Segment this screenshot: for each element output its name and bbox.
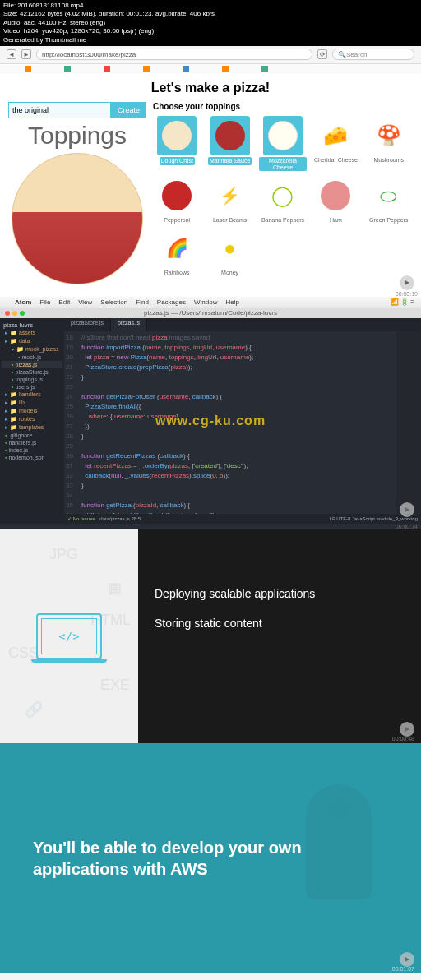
pizza-app: Let's make a pizza! Create Toppings Choo…	[0, 74, 421, 291]
timestamp: 00:01:07	[392, 966, 418, 972]
bookmark-icon[interactable]	[25, 66, 31, 72]
video-metadata: File: 20160818181108.mp4 Size: 4212162 b…	[0, 0, 421, 46]
topping-grid: Dough CrustMarinara SauceMozzarella Chee…	[153, 116, 413, 276]
menu-item[interactable]: Selection	[100, 298, 127, 306]
tree-file[interactable]: ▪ .gitignore	[2, 432, 62, 439]
editor-tabs: pizzaStore.jspizzas.js	[64, 318, 421, 331]
topping-item[interactable]: Ham	[312, 176, 359, 224]
topping-item[interactable]: Dough Crust	[153, 116, 201, 171]
topping-item[interactable]: 🍄Mushrooms	[365, 116, 413, 171]
timestamp: 00:00:48	[392, 736, 418, 742]
topping-item[interactable]: ⬭Green Peppers	[365, 176, 413, 224]
menu-item[interactable]: Find	[136, 298, 149, 306]
tree-file[interactable]: ▪ users.js	[2, 383, 62, 391]
line-gutter: 1819202122232425262728293031323334353637	[64, 331, 78, 514]
bookmark-bar	[0, 64, 421, 74]
url-bar[interactable]: http://localhost:3000/make/pizza	[36, 49, 312, 60]
topping-item[interactable]: ⚡Laser Beams	[206, 176, 253, 224]
window-titlebar: pizzas.js — /Users/mrsaturn/Code/pizza-l…	[0, 308, 421, 318]
topping-item[interactable]: Marinara Sauce	[206, 116, 253, 171]
bookmark-icon[interactable]	[64, 66, 71, 72]
tree-folder[interactable]: ▸ 📁 models	[2, 407, 62, 415]
laptop-icon: </>	[36, 613, 102, 659]
slide-left-panel: JPG ▦ CSS EXE 🔗 HTML </>	[0, 529, 138, 743]
tree-file[interactable]: ▪ handlers.js	[2, 439, 62, 446]
bookmark-icon[interactable]	[261, 66, 268, 72]
frame-1-browser: ◄ ► http://localhost:3000/make/pizza ⟳ 🔍…	[0, 46, 421, 297]
forward-button[interactable]: ►	[21, 49, 31, 59]
editor-tab[interactable]: pizzaStore.js	[64, 318, 111, 331]
reload-button[interactable]: ⟳	[317, 49, 327, 59]
browser-search[interactable]: 🔍 Search	[332, 49, 414, 60]
minimize-icon[interactable]	[12, 311, 17, 316]
play-icon[interactable]: ▶	[400, 722, 414, 737]
tree-file[interactable]: ▪ toppings.js	[2, 376, 62, 383]
bookmark-icon[interactable]	[143, 66, 150, 72]
topping-item[interactable]: ●Money	[206, 229, 253, 276]
bookmark-icon[interactable]	[183, 66, 189, 72]
toppings-heading: Toppings	[8, 122, 146, 150]
bookmark-icon[interactable]	[222, 66, 229, 72]
menu-item[interactable]: Edit	[58, 298, 70, 306]
topping-item[interactable]: 🧀Cheddar Cheese	[312, 116, 359, 171]
topping-item[interactable]: Mozzarella Cheese	[259, 116, 307, 171]
minimap[interactable]	[396, 331, 421, 514]
menu-item[interactable]: Packages	[157, 298, 186, 306]
mac-menubar: AtomFileEditViewSelectionFindPackagesWin…	[0, 297, 421, 308]
browser-toolbar: ◄ ► http://localhost:3000/make/pizza ⟳ 🔍…	[0, 46, 421, 64]
timestamp: 00:00:34	[0, 524, 421, 529]
menu-item[interactable]: File	[39, 298, 50, 306]
frame-2-editor: AtomFileEditViewSelectionFindPackagesWin…	[0, 297, 421, 529]
tree-folder[interactable]: ▸ 📁 routes	[2, 415, 62, 423]
tree-file[interactable]: ▪ mock.js	[2, 354, 62, 361]
frame-3-slide: JPG ▦ CSS EXE 🔗 HTML </> Deploying scala…	[0, 529, 421, 743]
topping-item[interactable]: Pepperoni	[153, 176, 201, 224]
editor-tab[interactable]: pizzas.js	[111, 318, 147, 331]
tree-folder[interactable]: ▸ 📁 mock_pizzas	[2, 345, 62, 354]
tree-folder[interactable]: ▸ 📁 handlers	[2, 391, 62, 399]
project-root[interactable]: pizza-luvrs	[2, 321, 62, 329]
topping-item[interactable]: ◯Banana Peppers	[259, 176, 307, 224]
topping-item[interactable]: 🌈Rainbows	[153, 229, 201, 276]
page-title: Let's make a pizza!	[8, 81, 413, 95]
tree-folder[interactable]: ▸ 📁 lib	[2, 399, 62, 407]
tree-file[interactable]: ▪ pizzas.js	[2, 361, 62, 368]
menubar-right: 📶 🔋 ≡	[391, 298, 414, 306]
tree-file[interactable]: ▪ pizzaStore.js	[2, 368, 62, 376]
watermark: www.cg-ku.com	[155, 414, 266, 428]
menu-item[interactable]: Window	[194, 298, 217, 306]
tree-folder[interactable]: ▸ 📁 data	[2, 337, 62, 345]
bookmark-icon[interactable]	[104, 66, 110, 72]
pizza-preview	[12, 153, 143, 284]
tree-folder[interactable]: ▸ 📁 templates	[2, 423, 62, 432]
status-bar: ✓ No Issues data/pizzas.js 28:5 LF UTF-8…	[64, 514, 421, 524]
play-icon[interactable]: ▶	[400, 275, 414, 290]
pizza-name-input[interactable]	[8, 102, 111, 118]
file-tree[interactable]: pizza-luvrs ▸ 📁 assets▸ 📁 data▸ 📁 mock_p…	[0, 318, 64, 524]
tree-folder[interactable]: ▸ 📁 assets	[2, 329, 62, 337]
maximize-icon[interactable]	[20, 311, 25, 316]
choose-toppings-label: Choose your toppings	[153, 102, 413, 111]
footer-spacer	[0, 973, 421, 980]
tree-file[interactable]: ▪ index.js	[2, 446, 62, 454]
slide-text-2: Storing static content	[155, 617, 405, 630]
create-button[interactable]: Create	[111, 102, 146, 118]
frame-4-slide: You'll be able to develop your own appli…	[0, 743, 421, 973]
menu-item[interactable]: View	[78, 298, 92, 306]
play-icon[interactable]: ▶	[400, 952, 414, 967]
timestamp: 00:00:19	[0, 291, 421, 297]
back-button[interactable]: ◄	[7, 49, 16, 59]
play-icon[interactable]: ▶	[400, 502, 414, 517]
slide-text-1: Deploying scalable applications	[155, 587, 405, 600]
tree-file[interactable]: ▪ nodemon.json	[2, 454, 62, 461]
close-icon[interactable]	[5, 311, 10, 316]
menu-item[interactable]: Atom	[15, 298, 31, 306]
menu-item[interactable]: Help	[225, 298, 238, 306]
background-person	[281, 768, 396, 916]
